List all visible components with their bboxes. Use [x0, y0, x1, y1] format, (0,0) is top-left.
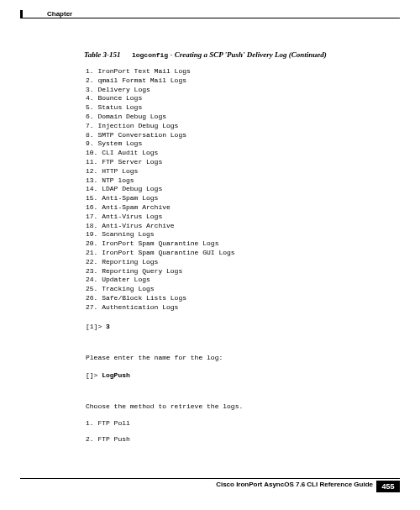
list-item: 23. Reporting Query Logs: [86, 267, 386, 276]
list-item: 4. Bounce Logs: [86, 94, 386, 103]
list-item: 20. IronPort Spam Quarantine Logs: [86, 239, 386, 249]
prompt-prefix: [1]>: [86, 323, 106, 330]
log-type-list: 1. IronPort Text Mail Logs 2. qmail Form…: [86, 67, 386, 313]
footer-rule: [20, 478, 400, 479]
user-input: LogPush: [102, 371, 130, 379]
chapter-label: Chapter: [47, 10, 72, 18]
table-caption: Table 3-151 logconfig - Creating a SCP '…: [84, 50, 386, 59]
list-item: 16. Anti-Spam Archive: [86, 203, 386, 213]
list-item: 3. Delivery Logs: [86, 86, 386, 95]
prompt-prefix: []>: [86, 371, 102, 379]
header-rule: [20, 18, 400, 18]
table-number: Table 3-151: [84, 50, 120, 59]
page-content: Table 3-151 logconfig - Creating a SCP '…: [84, 50, 386, 450]
list-item: 8. SMTP Conversation Logs: [86, 131, 386, 140]
method-instruction: Choose the method to retrieve the logs.: [86, 402, 386, 410]
list-item: 5. Status Logs: [86, 103, 386, 113]
name-instruction: Please enter the name for the log:: [86, 354, 386, 361]
page-number: 455: [376, 481, 400, 492]
header-tick-mark: [20, 10, 23, 18]
list-item: 24. Updater Logs: [86, 276, 386, 285]
user-input: 3: [106, 323, 110, 330]
list-item: 9. System Logs: [86, 139, 386, 149]
list-item: 22. Reporting Logs: [86, 258, 386, 267]
cli-prompt-logtype: [1]> 3: [86, 323, 386, 330]
list-item: 18. Anti-Virus Archive: [86, 222, 386, 231]
list-item: 15. Anti-Spam Logs: [86, 194, 386, 203]
list-item: 21. IronPort Spam Quarantine GUI Logs: [86, 249, 386, 258]
list-item: 12. HTTP Logs: [86, 167, 386, 176]
list-item: 25. Tracking Logs: [86, 285, 386, 294]
list-item: 1. FTP Poll: [86, 418, 386, 428]
list-item: 13. NTP logs: [86, 176, 386, 186]
list-item: 1. IronPort Text Mail Logs: [86, 67, 386, 76]
list-item: 7. Injection Debug Logs: [86, 122, 386, 131]
list-item: 6. Domain Debug Logs: [86, 113, 386, 122]
page-header: Chapter: [20, 10, 400, 20]
list-item: 10. CLI Audit Logs: [86, 149, 386, 158]
list-item: 2. qmail Format Mail Logs: [86, 76, 386, 86]
table-title: Creating a SCP 'Push' Delivery Log (Cont…: [175, 50, 327, 59]
method-list: 1. FTP Poll 2. FTP Push: [86, 418, 386, 444]
guide-title: Cisco IronPort AsyncOS 7.6 CLI Reference…: [216, 481, 373, 488]
command-name: logconfig: [132, 51, 168, 59]
list-item: 19. Scanning Logs: [86, 230, 386, 239]
cli-prompt-name: []> LogPush: [86, 371, 386, 379]
list-item: 26. Safe/Block Lists Logs: [86, 294, 386, 303]
list-item: 11. FTP Server Logs: [86, 158, 386, 167]
list-item: 17. Anti-Virus Logs: [86, 213, 386, 222]
list-item: 27. Authentication Logs: [86, 303, 386, 313]
list-item: 14. LDAP Debug Logs: [86, 185, 386, 194]
page-footer: Cisco IronPort AsyncOS 7.6 CLI Reference…: [20, 478, 400, 495]
list-item: 2. FTP Push: [86, 434, 386, 444]
